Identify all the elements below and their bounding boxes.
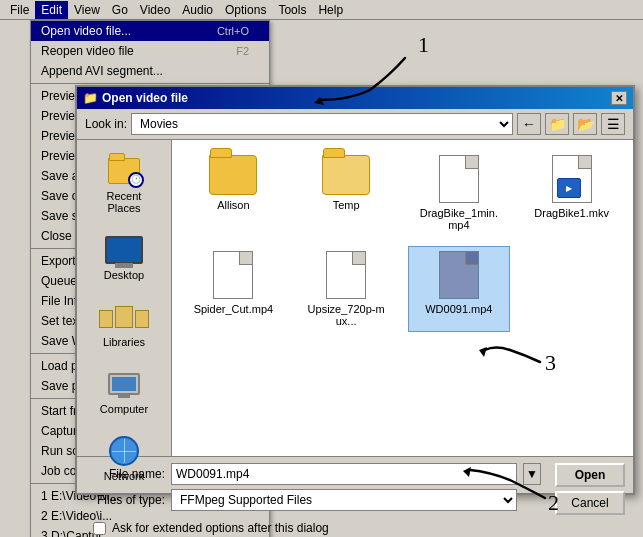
look-in-select[interactable]: Movies <box>131 113 513 135</box>
open-button[interactable]: Open <box>555 463 625 487</box>
dialog-title: 📁 Open video file <box>83 91 188 105</box>
menu-bar: File Edit View Go Video Audio Options To… <box>0 0 643 20</box>
new-folder-button[interactable]: 📂 <box>573 113 597 135</box>
menu-audio[interactable]: Audio <box>176 1 219 19</box>
file-area: Allison Temp DragBike_1min.mp4 D <box>172 140 633 456</box>
menu-file[interactable]: File <box>4 1 35 19</box>
ask-extended-options-label: Ask for extended options after this dial… <box>112 521 329 535</box>
checkbox-extended-options-row: Ask for extended options after this dial… <box>85 519 625 537</box>
menu-separator-1 <box>31 83 269 84</box>
filename-dropdown-button[interactable]: ▼ <box>523 463 541 485</box>
filename-input[interactable] <box>171 463 517 485</box>
filename-label: File name: <box>85 467 165 481</box>
filetype-row: Files of type: FFMpeg Supported Files <box>85 489 541 511</box>
wd0091-label: WD0091.mp4 <box>425 303 492 315</box>
svg-text:1: 1 <box>418 32 429 57</box>
menu-reopen-video-file[interactable]: Reopen video file F2 <box>31 41 269 61</box>
file-item-dragbike1-mkv[interactable]: DragBike1.mkv <box>520 150 623 236</box>
libraries-icon <box>104 299 144 334</box>
spider-cut-icon <box>213 251 253 299</box>
dialog-toolbar: Look in: Movies ← 📁 📂 ☰ <box>77 109 633 140</box>
temp-folder-icon <box>322 155 370 195</box>
dialog-bottom: File name: ▼ Files of type: FFMpeg Suppo… <box>77 456 633 537</box>
dialog-titlebar: 📁 Open video file ✕ <box>77 87 633 109</box>
filetype-label: Files of type: <box>85 493 165 507</box>
nav-computer[interactable]: Computer <box>84 361 164 420</box>
nav-back-button[interactable]: ← <box>517 113 541 135</box>
recent-places-icon: 🕐 <box>104 153 144 188</box>
temp-label: Temp <box>333 199 360 211</box>
menu-edit[interactable]: Edit <box>35 1 68 19</box>
file-item-upsize[interactable]: Upsize_720p-mux... <box>295 246 398 332</box>
menu-view[interactable]: View <box>68 1 106 19</box>
cancel-button[interactable]: Cancel <box>555 491 625 515</box>
menu-tools[interactable]: Tools <box>272 1 312 19</box>
dialog-buttons: Open Cancel <box>555 463 625 515</box>
dialog-close-button[interactable]: ✕ <box>611 91 627 105</box>
look-in-label: Look in: <box>85 117 127 131</box>
dragbike-1min-icon <box>439 155 479 203</box>
menu-append-avi[interactable]: Append AVI segment... <box>31 61 269 81</box>
nav-desktop[interactable]: Desktop <box>84 227 164 286</box>
nav-up-button[interactable]: 📁 <box>545 113 569 135</box>
computer-icon <box>104 366 144 401</box>
file-item-temp[interactable]: Temp <box>295 150 398 236</box>
menu-options[interactable]: Options <box>219 1 272 19</box>
desktop-icon <box>104 232 144 267</box>
menu-help[interactable]: Help <box>312 1 349 19</box>
dialog-title-icon: 📁 <box>83 91 98 105</box>
file-grid: Allison Temp DragBike_1min.mp4 D <box>182 150 623 332</box>
allison-label: Allison <box>217 199 249 211</box>
nav-panel: 🕐 Recent Places Desktop <box>77 140 172 456</box>
open-video-dialog: 📁 Open video file ✕ Look in: Movies ← 📁 … <box>75 85 635 495</box>
menu-go[interactable]: Go <box>106 1 134 19</box>
file-item-dragbike-1min[interactable]: DragBike_1min.mp4 <box>408 150 511 236</box>
menu-open-video-file[interactable]: Open video file... Ctrl+O <box>31 21 269 41</box>
dragbike-1min-label: DragBike_1min.mp4 <box>419 207 499 231</box>
dragbike1-mkv-label: DragBike1.mkv <box>534 207 609 219</box>
dragbike1-mkv-icon <box>552 155 592 203</box>
filetype-select[interactable]: FFMpeg Supported Files <box>171 489 517 511</box>
nav-libraries[interactable]: Libraries <box>84 294 164 353</box>
wd0091-icon <box>439 251 479 299</box>
upsize-icon <box>326 251 366 299</box>
upsize-label: Upsize_720p-mux... <box>306 303 386 327</box>
menu-video[interactable]: Video <box>134 1 176 19</box>
file-item-spider-cut[interactable]: Spider_Cut.mp4 <box>182 246 285 332</box>
dialog-body: 🕐 Recent Places Desktop <box>77 140 633 456</box>
nav-recent-places[interactable]: 🕐 Recent Places <box>84 148 164 219</box>
filename-row: File name: ▼ <box>85 463 541 485</box>
allison-folder-icon <box>209 155 257 195</box>
view-menu-button[interactable]: ☰ <box>601 113 625 135</box>
ask-extended-options-checkbox[interactable] <box>93 522 106 535</box>
spider-cut-label: Spider_Cut.mp4 <box>194 303 274 315</box>
file-item-wd0091[interactable]: WD0091.mp4 <box>408 246 511 332</box>
file-item-allison[interactable]: Allison <box>182 150 285 236</box>
